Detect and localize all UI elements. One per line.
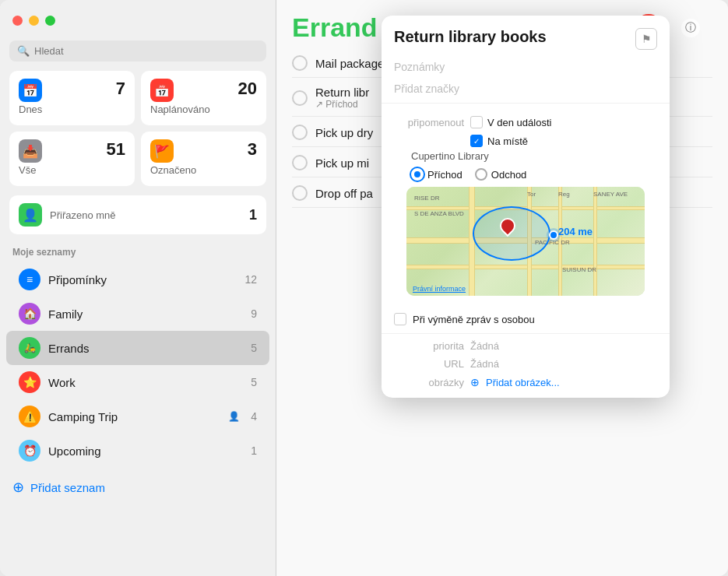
upcoming-name: Upcoming — [48, 444, 243, 458]
errands-count: 5 — [251, 342, 257, 354]
search-icon: 🔍 — [17, 45, 30, 57]
location-name: Cupertino Library — [394, 150, 657, 165]
search-bar[interactable]: 🔍 — [9, 40, 266, 61]
task-sub: ↗ Příchod — [315, 99, 369, 110]
priority-value: Žádná — [470, 340, 499, 352]
suisun-dr-label: SUISUN DR — [562, 266, 596, 273]
add-image-label[interactable]: Přidat obrázek... — [486, 377, 560, 388]
popup-tags-row[interactable]: Přidat značky — [382, 78, 670, 100]
popup-url-row: URL Žádná — [382, 355, 670, 373]
popup-notes-row[interactable]: Poznámky — [382, 56, 670, 78]
radio-arrival[interactable]: Příchod — [411, 168, 462, 181]
family-count: 9 — [251, 307, 257, 320]
radio-departure[interactable]: Odchod — [475, 168, 527, 181]
dnes-label: Dnes — [19, 104, 125, 115]
anzan-label: S DE ANZA BLVD — [414, 210, 464, 217]
family-icon: 🏠 — [19, 303, 40, 325]
smart-list-naplanovano[interactable]: 📅 20 Naplánováno — [141, 71, 266, 125]
maximize-button[interactable] — [45, 16, 55, 26]
minimize-button[interactable] — [29, 16, 39, 26]
sidebar: 🔍 📅 7 Dnes 📅 20 Naplánováno — [0, 0, 276, 576]
task-text: Drop off pa — [315, 187, 373, 200]
map-radius-circle — [473, 206, 550, 261]
images-label: obrázky — [394, 377, 464, 388]
vse-label: Vše — [19, 164, 125, 176]
remind-option2-check[interactable]: ✓ Na místě — [470, 135, 528, 147]
camping-name: Camping Trip — [48, 410, 220, 423]
task-checkbox[interactable] — [292, 55, 308, 71]
work-name: Work — [48, 376, 243, 389]
reg-label: Reg — [558, 191, 570, 198]
task-checkbox[interactable] — [292, 90, 308, 106]
tor-label: Tor — [527, 191, 536, 198]
rise-dr-label: RISE DR — [414, 195, 439, 202]
smart-list-vse[interactable]: 📥 51 Vše — [9, 132, 135, 186]
remind-option2-checkbox[interactable]: ✓ — [470, 135, 483, 147]
map-pin — [500, 218, 515, 234]
smart-list-oznaceno[interactable]: 🚩 3 Označeno — [141, 132, 266, 186]
task-checkbox[interactable] — [292, 185, 308, 201]
road-saney — [593, 187, 597, 296]
sidebar-item-errands[interactable]: 🛵 Errands 5 — [6, 331, 269, 365]
map-user-location — [549, 230, 558, 240]
person-exchange-row[interactable]: Při výměně zpráv s osobou — [382, 308, 670, 330]
add-image-plus-icon: ⊕ — [470, 376, 480, 388]
assigned-left: 👤 Přiřazeno mně — [19, 203, 116, 227]
assigned-label: Přiřazeno mně — [50, 209, 116, 221]
remind-label: připomenout — [394, 117, 464, 128]
popup-divider-1 — [382, 103, 670, 104]
map-container[interactable]: RISE DR PACIFIC DR SUISUN DR S DE ANZA B… — [406, 187, 645, 296]
sidebar-item-camping[interactable]: ⚠️ Camping Trip 👤 4 — [6, 399, 269, 434]
remind-option1-checkbox[interactable] — [470, 116, 483, 128]
task-checkbox[interactable] — [292, 155, 308, 170]
sidebar-item-family[interactable]: 🏠 Family 9 — [6, 297, 269, 331]
sidebar-item-upcoming[interactable]: ⏰ Upcoming 1 — [6, 434, 269, 468]
my-lists-header: Moje seznamy — [0, 247, 276, 262]
add-list-button[interactable]: ⊕ Přidat seznam — [0, 471, 276, 504]
popup-tags-placeholder: Přidat značky — [394, 83, 459, 95]
remind-option2-label: Na místě — [487, 135, 528, 147]
vse-icon: 📥 — [19, 139, 42, 163]
priority-label: priorita — [394, 340, 464, 352]
url-value: Žádná — [470, 358, 499, 370]
assigned-count: 1 — [249, 207, 257, 223]
naplanovano-label: Naplánováno — [150, 104, 257, 115]
vse-count: 51 — [107, 139, 125, 160]
task-text: Pick up dry — [315, 126, 373, 139]
work-count: 5 — [251, 376, 257, 388]
work-icon: ⭐ — [19, 371, 40, 393]
saney-label: SANEY AVE — [593, 191, 628, 198]
sidebar-item-work[interactable]: ⭐ Work 5 — [6, 365, 269, 399]
task-checkbox[interactable] — [292, 125, 308, 140]
add-list-label: Přidat seznam — [30, 481, 105, 494]
departure-radio[interactable] — [475, 168, 487, 181]
popup-notes-placeholder: Poznámky — [394, 61, 445, 73]
oznaceno-count: 3 — [248, 139, 257, 160]
oznaceno-icon: 🚩 — [150, 139, 174, 163]
reminder-section: připomenout V den události ✓ Na místě Cu… — [382, 107, 670, 308]
smart-list-dnes[interactable]: 📅 7 Dnes — [9, 71, 135, 125]
arrival-radio[interactable] — [411, 168, 424, 181]
info-button[interactable]: ⓘ — [681, 19, 700, 37]
task-text: Return libr — [315, 86, 369, 99]
remind-option1-check[interactable]: V den události — [470, 116, 551, 128]
popup-images-row[interactable]: obrázky ⊕ Přidat obrázek... — [382, 373, 670, 398]
close-button[interactable] — [12, 16, 23, 26]
dnes-icon: 📅 — [19, 79, 42, 102]
popup-panel: Return library books ⚑ Poznámky Přidat z… — [382, 16, 670, 398]
assigned-icon: 👤 — [19, 203, 42, 227]
arrival-departure-row: Příchod Odchod — [394, 165, 657, 184]
search-input[interactable] — [34, 45, 258, 57]
dnes-count: 7 — [116, 79, 125, 99]
add-list-plus-icon: ⊕ — [12, 479, 24, 496]
content-title: Errand — [292, 12, 378, 43]
sidebar-item-pripominky[interactable]: ≡ Připomínky 12 — [6, 262, 269, 297]
person-exchange-checkbox[interactable] — [394, 313, 406, 325]
popup-priority-row: priorita Žádná — [382, 337, 670, 355]
task-text: Mail package — [315, 57, 384, 70]
flag-button[interactable]: ⚑ — [635, 28, 657, 50]
map-legal-link[interactable]: Právní informace — [413, 285, 466, 293]
errands-name: Errands — [48, 342, 243, 355]
map-distance-label: 204 me — [558, 226, 593, 237]
assigned-to-me-card[interactable]: 👤 Přiřazeno mně 1 — [9, 195, 266, 234]
